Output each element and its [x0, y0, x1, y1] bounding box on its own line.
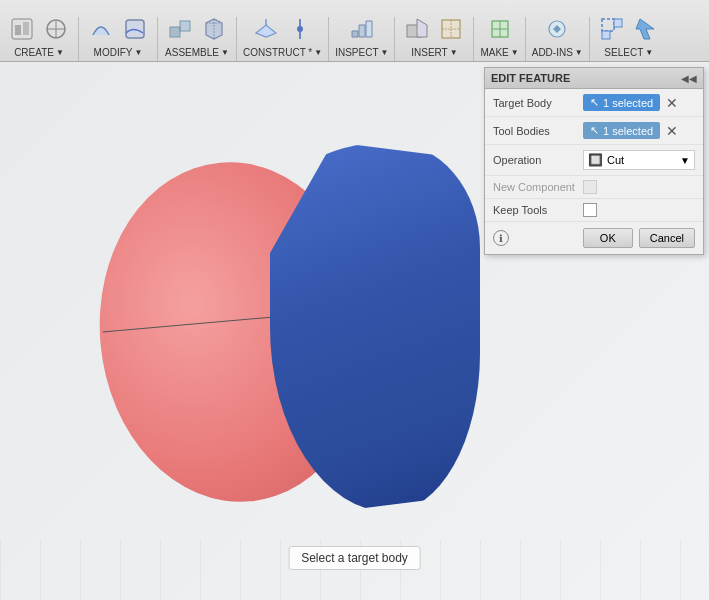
- operation-dropdown[interactable]: 🔲 Cut ▼: [583, 150, 695, 170]
- operation-value: 🔲 Cut ▼: [583, 150, 695, 170]
- toolbar: CREATE ▼ MODIFY ▼: [0, 0, 709, 62]
- assemble-icon-1[interactable]: [164, 13, 196, 45]
- toolbar-group-select: SELECT ▼: [594, 13, 664, 61]
- svg-rect-22: [602, 19, 614, 31]
- addins-arrow-icon: ▼: [575, 48, 583, 57]
- target-body-label: Target Body: [493, 97, 583, 109]
- assemble-icon-2[interactable]: [198, 13, 230, 45]
- create-arrow-icon: ▼: [56, 48, 64, 57]
- construct-arrow-icon: ▼: [314, 48, 322, 57]
- toolbar-group-assemble: ASSEMBLE ▼: [162, 13, 232, 61]
- make-label[interactable]: MAKE ▼: [480, 45, 518, 61]
- sep-3: [236, 17, 237, 61]
- tool-bodies-clear-button[interactable]: ✕: [664, 124, 680, 138]
- modify-label[interactable]: MODIFY ▼: [94, 45, 143, 61]
- select-icon-2[interactable]: [630, 13, 662, 45]
- operation-row: Operation 🔲 Cut ▼: [485, 145, 703, 176]
- toolbar-group-insert: INSERT ▼: [399, 13, 469, 61]
- info-button[interactable]: ℹ: [493, 230, 509, 246]
- sep-6: [473, 17, 474, 61]
- edit-feature-panel: EDIT FEATURE ◀◀ Target Body ↖ 1 selected…: [484, 67, 704, 255]
- panel-expand-button[interactable]: ◀◀: [681, 73, 697, 84]
- assemble-arrow-icon: ▼: [221, 48, 229, 57]
- assemble-label[interactable]: ASSEMBLE ▼: [165, 45, 229, 61]
- keep-tools-checkbox[interactable]: [583, 203, 597, 217]
- operation-label: Operation: [493, 154, 583, 166]
- svg-rect-2: [23, 22, 29, 35]
- tool-bodies-row: Tool Bodies ↖ 1 selected ✕: [485, 117, 703, 145]
- svg-marker-14: [417, 19, 427, 37]
- make-icon-1[interactable]: [484, 13, 516, 45]
- svg-point-12: [297, 26, 303, 32]
- svg-rect-8: [180, 21, 190, 31]
- toolbar-group-make: MAKE ▼: [478, 13, 520, 61]
- toolbar-group-create: CREATE ▼: [4, 13, 74, 61]
- target-body-value: ↖ 1 selected ✕: [583, 94, 695, 111]
- new-component-checkbox[interactable]: [583, 180, 597, 194]
- target-body-row: Target Body ↖ 1 selected ✕: [485, 89, 703, 117]
- inspect-arrow-icon: ▼: [381, 48, 389, 57]
- svg-rect-24: [602, 31, 610, 39]
- addins-icon-1[interactable]: [541, 13, 573, 45]
- construct-label[interactable]: CONSTRUCT * ▼: [243, 45, 322, 61]
- tool-bodies-selected-badge[interactable]: ↖ 1 selected: [583, 122, 660, 139]
- sep-5: [394, 17, 395, 61]
- insert-label[interactable]: INSERT ▼: [411, 45, 457, 61]
- cursor-icon: ↖: [590, 96, 599, 109]
- main-area: RIGHT Select a target body EDIT FEATURE …: [0, 62, 709, 600]
- panel-title: EDIT FEATURE: [491, 72, 570, 84]
- inspect-icon-1[interactable]: [346, 13, 378, 45]
- insert-icon-1[interactable]: [401, 13, 433, 45]
- svg-marker-25: [636, 19, 654, 39]
- toolbar-group-construct: CONSTRUCT * ▼: [241, 13, 324, 61]
- modify-icon-2[interactable]: [119, 13, 151, 45]
- sep-7: [525, 17, 526, 61]
- toolbar-group-addins: ADD-INS ▼: [530, 13, 585, 61]
- sep-8: [589, 17, 590, 61]
- modify-icon-1[interactable]: [85, 13, 117, 45]
- keep-tools-label: Keep Tools: [493, 204, 583, 216]
- inspect-label[interactable]: INSPECT ▼: [335, 45, 388, 61]
- svg-rect-7: [170, 27, 180, 37]
- cut-icon: 🔲: [588, 153, 603, 167]
- dropdown-arrow-icon: ▼: [680, 155, 690, 166]
- addins-label[interactable]: ADD-INS ▼: [532, 45, 583, 61]
- sep-2: [157, 17, 158, 61]
- create-icon-2[interactable]: [40, 13, 72, 45]
- select-arrow-icon: ▼: [645, 48, 653, 57]
- target-body-selected-badge[interactable]: ↖ 1 selected: [583, 94, 660, 111]
- toolbar-group-modify: MODIFY ▼: [83, 13, 153, 61]
- new-component-label: New Component: [493, 181, 583, 193]
- svg-rect-1: [15, 25, 21, 35]
- target-body-clear-button[interactable]: ✕: [664, 96, 680, 110]
- keep-tools-row: Keep Tools: [485, 199, 703, 222]
- select-icon-1[interactable]: [596, 13, 628, 45]
- status-message: Select a target body: [301, 551, 408, 565]
- construct-icon-1[interactable]: [250, 13, 282, 45]
- status-bar: Select a target body: [288, 546, 421, 570]
- construct-icon-2[interactable]: [284, 13, 316, 45]
- tool-bodies-label: Tool Bodies: [493, 125, 583, 137]
- panel-footer: ℹ OK Cancel: [485, 222, 703, 254]
- create-label[interactable]: CREATE ▼: [14, 45, 64, 61]
- shapes-container: [80, 122, 480, 552]
- ok-button[interactable]: OK: [583, 228, 633, 248]
- create-icon-1[interactable]: [6, 13, 38, 45]
- tool-bodies-value: ↖ 1 selected ✕: [583, 122, 695, 139]
- select-label[interactable]: SELECT ▼: [604, 45, 653, 61]
- cancel-button[interactable]: Cancel: [639, 228, 695, 248]
- cursor-icon-2: ↖: [590, 124, 599, 137]
- make-arrow-icon: ▼: [511, 48, 519, 57]
- insert-icon-2[interactable]: [435, 13, 467, 45]
- new-component-row: New Component: [485, 176, 703, 199]
- sep-1: [78, 17, 79, 61]
- sep-4: [328, 17, 329, 61]
- insert-arrow-icon: ▼: [450, 48, 458, 57]
- toolbar-group-inspect: INSPECT ▼: [333, 13, 390, 61]
- svg-rect-23: [614, 19, 622, 27]
- panel-header[interactable]: EDIT FEATURE ◀◀: [485, 68, 703, 89]
- modify-arrow-icon: ▼: [134, 48, 142, 57]
